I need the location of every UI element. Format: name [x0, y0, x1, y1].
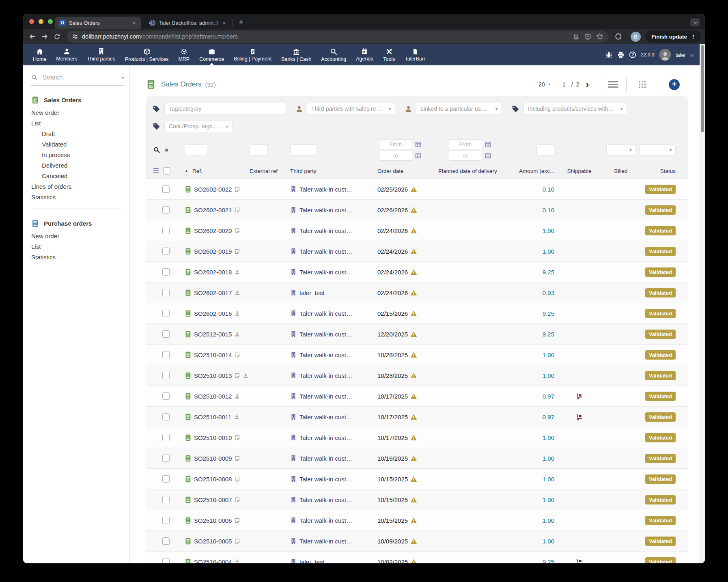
ref-link[interactable]: SO2602-0022	[194, 186, 232, 193]
nav-item-talerbarr[interactable]: TalerBarr	[400, 44, 430, 65]
ref-link[interactable]: SO2510-0011	[194, 414, 231, 420]
third-parties-sales-rep-select[interactable]: Third parties with sales rep...▾	[307, 103, 395, 115]
row-checkbox[interactable]	[162, 372, 170, 379]
sidebar-item-new-order[interactable]: New order	[31, 231, 124, 241]
current-page[interactable]: 1	[560, 80, 568, 89]
ref-link[interactable]: SO2510-0005	[194, 538, 232, 545]
third-party-link[interactable]: taler_test	[299, 289, 325, 296]
nav-item-mrp[interactable]: MRP	[173, 44, 194, 65]
ref-link[interactable]: SO2510-0013	[194, 372, 232, 379]
user-menu-chevron-icon[interactable]	[689, 52, 694, 56]
third-party-link[interactable]: Taler walk-in cust…	[299, 496, 352, 503]
row-checkbox[interactable]	[162, 496, 170, 503]
scrollbar-thumb[interactable]	[701, 45, 704, 132]
site-settings-icon[interactable]	[72, 33, 78, 40]
third-party-link[interactable]: Taler walk-in cust…	[299, 227, 352, 234]
nav-item-accounting[interactable]: Accounting	[316, 44, 351, 65]
ref-link[interactable]: SO2510-0008	[194, 476, 232, 483]
linked-user-select[interactable]: Linked to a particular user ...▾	[416, 103, 502, 115]
grid-view-button[interactable]	[639, 81, 646, 88]
ref-filter-input[interactable]	[185, 144, 207, 155]
add-order-button[interactable]: +	[669, 79, 680, 90]
amount-value[interactable]: 1.00	[543, 538, 554, 545]
nav-item-billing-payment[interactable]: Billing | Payment	[229, 44, 276, 65]
column-header-status[interactable]: Status	[639, 168, 688, 174]
row-checkbox[interactable]	[162, 558, 170, 563]
column-header-external-ref[interactable]: External ref	[250, 168, 290, 174]
ref-link[interactable]: SO2510-0012	[194, 393, 232, 400]
third-party-link[interactable]: Taler walk-in cust…	[299, 393, 352, 400]
third-party-filter-input[interactable]	[290, 144, 317, 155]
cust-prosp-tags-select[interactable]: Cust./Prosp. tags/cat...▾	[164, 120, 233, 132]
sidebar-item-delivered[interactable]: Delivered	[31, 160, 124, 170]
extensions-icon[interactable]	[613, 31, 624, 42]
browser-tab-sales-orders[interactable]: D Sales Orders ×	[55, 17, 141, 29]
install-app-icon[interactable]	[584, 33, 591, 40]
third-party-link[interactable]: Taler walk-in cust…	[299, 372, 352, 379]
status-filter-select[interactable]: ▾	[639, 144, 676, 155]
sidebar-section-purchase-orders[interactable]: Purchase orders	[31, 220, 124, 227]
row-checkbox[interactable]	[162, 268, 170, 276]
amount-value[interactable]: 0.97	[543, 393, 554, 400]
clear-filter-icon[interactable]: ×	[165, 147, 168, 153]
user-avatar[interactable]	[659, 49, 671, 61]
forward-button[interactable]	[39, 31, 50, 42]
calendar-picker-icon[interactable]	[485, 141, 491, 147]
column-header-billed[interactable]: Billed	[603, 168, 639, 174]
row-checkbox[interactable]	[162, 310, 170, 317]
browser-profile-avatar[interactable]: B	[631, 32, 641, 42]
planned-date-to-input[interactable]	[449, 151, 482, 161]
page-size-select[interactable]: 20▾	[536, 80, 553, 89]
bookmark-star-icon[interactable]	[596, 33, 603, 40]
debug-bug-icon[interactable]	[605, 51, 613, 59]
search-dropdown-caret-icon[interactable]: ▾	[122, 75, 124, 80]
calendar-picker-icon[interactable]	[485, 153, 491, 159]
sidebar-item-statistics[interactable]: Statistics	[31, 192, 124, 202]
ref-link[interactable]: SO2510-0009	[194, 455, 232, 462]
amount-value[interactable]: 1.00	[543, 248, 554, 255]
notifications-blocked-icon[interactable]	[573, 33, 579, 40]
amount-value[interactable]: 0.10	[543, 186, 554, 193]
sidebar-item-new-order[interactable]: New order	[31, 107, 124, 118]
sidebar-item-lines-of-orders[interactable]: Lines of orders	[31, 181, 124, 192]
sidebar-item-canceled[interactable]: Canceled	[31, 170, 124, 181]
ref-link[interactable]: SO2510-0004	[194, 558, 232, 564]
user-name[interactable]: taler	[676, 52, 686, 58]
row-checkbox[interactable]	[162, 392, 170, 400]
amount-value[interactable]: 9.25	[543, 331, 554, 338]
nav-item-commerce[interactable]: Commerce	[194, 44, 229, 65]
column-header-shippable[interactable]: Shippable	[556, 168, 603, 174]
third-party-link[interactable]: Taler walk-in cust…	[299, 269, 352, 276]
sidebar-item-statistics[interactable]: Statistics	[31, 252, 124, 262]
ref-link[interactable]: SO2510-0007	[194, 496, 232, 503]
third-party-link[interactable]: Taler walk-in cust…	[299, 248, 352, 255]
amount-filter-input[interactable]	[536, 144, 554, 155]
sidebar-search[interactable]: ▾	[31, 73, 124, 86]
amount-value[interactable]: 0.97	[543, 414, 554, 420]
order-date-to-input[interactable]	[379, 151, 412, 161]
nav-item-home[interactable]: Home	[28, 44, 51, 65]
tab-close-icon[interactable]: ×	[222, 19, 227, 26]
ref-link[interactable]: SO2602-0019	[194, 248, 232, 255]
nav-item-third-parties[interactable]: Third parties	[82, 44, 120, 65]
nav-item-tools[interactable]: Tools	[378, 44, 400, 65]
reload-button[interactable]	[52, 31, 62, 42]
nav-item-agenda[interactable]: Agenda	[351, 44, 378, 65]
maximize-window-button[interactable]	[48, 19, 53, 24]
help-icon[interactable]: ?	[629, 51, 636, 58]
sidebar-section-sales-orders[interactable]: Sales Orders	[31, 96, 124, 104]
row-checkbox[interactable]	[162, 351, 170, 358]
third-party-link[interactable]: Taler walk-in cust…	[299, 414, 352, 420]
third-party-link[interactable]: Taler walk-in cust…	[299, 351, 352, 358]
row-checkbox[interactable]	[162, 248, 170, 255]
column-header-third-party[interactable]: Third party	[290, 168, 377, 174]
calendar-picker-icon[interactable]	[415, 141, 421, 147]
column-header-planned-date-of-delivery[interactable]: Planned date of delivery	[438, 168, 509, 174]
amount-value[interactable]: 1.00	[543, 434, 554, 441]
tag-category-input[interactable]	[164, 103, 286, 115]
row-checkbox[interactable]	[162, 434, 170, 441]
amount-value[interactable]: 9.25	[543, 558, 554, 564]
row-checkbox[interactable]	[162, 475, 170, 483]
third-party-link[interactable]: Taler walk-in cust…	[299, 207, 352, 213]
browser-menu-icon[interactable]: ⋮	[691, 34, 696, 40]
